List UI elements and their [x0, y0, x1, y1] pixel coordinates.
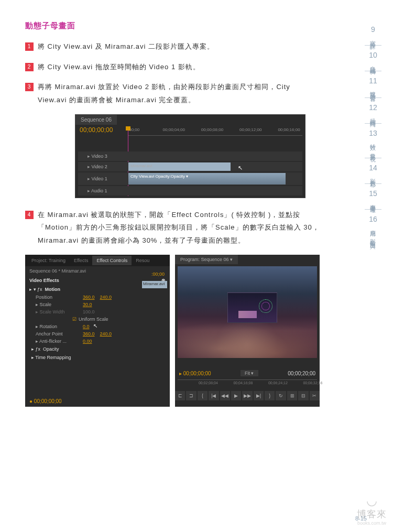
- preview-ruler[interactable]: 00;02;08;04 00;04;16;08 00;06;24;12 00;0…: [178, 379, 317, 387]
- opacity-section[interactable]: ƒx Opacity: [25, 345, 170, 353]
- panel-tabs: Project: Training Effects Effect Control…: [25, 255, 170, 266]
- uniform-scale-row[interactable]: ☑Uniform Scale: [25, 316, 170, 323]
- step-text: 將 City View.avi 拖放至時間軸的 Video 1 影軌。: [38, 61, 320, 74]
- track-video2[interactable]: Video 2 Miramar.avi: [78, 162, 302, 171]
- mini-time: :00;00: [151, 272, 165, 277]
- clip-path: Sequence 06 * Miramar.avi: [25, 266, 170, 276]
- program-monitor-panel[interactable]: Program: Sequence 06 ▾ ▸ 00;00;00;00 Fit…: [175, 255, 320, 407]
- ruler-tick: 00;00;08;00: [201, 127, 223, 132]
- cursor-icon: ↖: [93, 323, 97, 329]
- tab-resources[interactable]: Resou: [132, 256, 154, 265]
- preview-time-left[interactable]: ▸ 00;00;00;00: [179, 371, 211, 376]
- step-number: 4: [25, 211, 34, 219]
- watermark-url: books.com.tw: [357, 520, 387, 526]
- position-row[interactable]: Position360.0240.0: [25, 294, 170, 301]
- control-button[interactable]: }: [265, 391, 275, 400]
- video-preview[interactable]: [178, 266, 317, 358]
- ruler-tick: 00;00;12;00: [239, 127, 261, 132]
- prev-frame-button[interactable]: |◀: [209, 391, 219, 400]
- track-audio1[interactable]: Audio 1: [78, 186, 302, 196]
- step-text: 將 City View.avi 及 Miramar.avi 二段影片匯入專案。: [38, 40, 320, 53]
- nav-item[interactable]: 11悅耳的聲音: [363, 77, 384, 92]
- ruler-tick: 00;04;16;08: [233, 381, 253, 385]
- ruler-tick: 00;02;08;04: [199, 381, 218, 385]
- control-button[interactable]: ⊐: [186, 391, 196, 400]
- time-ruler[interactable]: :00;00 00;00;04;00 00;00;08;00 00;00;12;…: [128, 126, 302, 136]
- control-button[interactable]: ✂: [310, 391, 320, 400]
- section-title: 動態子母畫面: [25, 21, 320, 31]
- anchor-point-row[interactable]: Anchor Point360.0240.0: [25, 330, 170, 338]
- watermark: ◡ 博客來 books.com.tw: [357, 493, 387, 526]
- next-frame-button[interactable]: ▶|: [254, 391, 264, 400]
- watermark-text: 博客來: [357, 508, 387, 520]
- scale-row[interactable]: ▸ Scale30.0: [25, 301, 170, 308]
- ruler-tick: 00;00;04;00: [163, 127, 185, 132]
- control-button[interactable]: {: [198, 391, 208, 400]
- program-tab[interactable]: Program: Sequence 06 ▾: [175, 255, 238, 264]
- preview-time-right: 00;00;20;00: [288, 371, 315, 376]
- antiflicker-row[interactable]: ▸ Anti-flicker ...0.00: [25, 338, 170, 345]
- tab-effects[interactable]: Effects: [70, 256, 92, 265]
- rotation-row[interactable]: ▸ Rotation0.0: [25, 323, 170, 330]
- mini-clip[interactable]: Miramar.avi: [142, 281, 167, 288]
- step-4: 4 在 Miramar.avi 被選取的狀態下，開啟「Effect Contro…: [25, 209, 320, 247]
- track-label: Video 2: [78, 164, 125, 169]
- ruler-tick: 00;08;32;16: [303, 381, 322, 385]
- timeline-panel[interactable]: Sequence 06 00;00;00;00 :00;00 00;00;04;…: [75, 114, 305, 198]
- track-label: Audio 1: [78, 188, 125, 193]
- track-label: Video 3: [78, 154, 125, 159]
- nav-item[interactable]: 14影片色彩: [363, 164, 384, 178]
- time-remapping-section[interactable]: Time Remapping: [25, 353, 170, 362]
- play-button[interactable]: ▶: [231, 391, 241, 400]
- scale-width-row: ▸ Scale Width100.0: [25, 308, 170, 316]
- tab-effect-controls[interactable]: Effect Controls: [92, 256, 132, 265]
- ruler-tick: 00;06;24;12: [268, 381, 288, 385]
- step-number: 2: [25, 63, 34, 71]
- step-1: 1 將 City View.avi 及 Miramar.avi 二段影片匯入專案…: [25, 40, 320, 53]
- nav-item[interactable]: 16應用 影音輸出與: [363, 215, 384, 240]
- step-fwd-button[interactable]: ▶▶: [242, 391, 252, 400]
- nav-item[interactable]: 15專案管理: [363, 189, 384, 204]
- effect-controls-panel[interactable]: Project: Training Effects Effect Control…: [25, 255, 170, 407]
- nav-item[interactable]: 13特效 常見影視: [363, 129, 384, 153]
- step-number: 3: [25, 83, 34, 91]
- track-video3[interactable]: Video 3: [78, 151, 302, 161]
- control-button[interactable]: ⊟: [298, 391, 308, 400]
- step-3: 3 再將 Miramar.avi 放置於 Video 2 影軌，由於兩段影片的畫…: [25, 81, 320, 106]
- playback-controls: ⊏ ⊐ { |◀ ◀◀ ▶ ▶▶ ▶| } ↻ ⊞ ⊟ ✂: [175, 389, 320, 403]
- pip-overlay[interactable]: [227, 292, 277, 323]
- step-text: 再將 Miramar.avi 放置於 Video 2 影軌，由於兩段影片的畫面尺…: [38, 81, 320, 106]
- building-icon: [238, 311, 257, 318]
- nav-item[interactable]: 10音訊編輯: [363, 51, 384, 66]
- clip-cityview[interactable]: City View.avi Opacity:Opacity ▾: [128, 173, 286, 184]
- step-number: 1: [25, 42, 34, 51]
- tab-project[interactable]: Project: Training: [27, 256, 70, 265]
- current-time[interactable]: 00;00;00;00: [80, 126, 113, 134]
- watermark-logo-icon: ◡: [357, 493, 387, 508]
- control-button[interactable]: ⊏: [175, 391, 185, 400]
- sequence-tab[interactable]: Sequence 06: [75, 115, 117, 125]
- fit-dropdown[interactable]: Fit ▾: [241, 370, 258, 376]
- step-back-button[interactable]: ◀◀: [220, 391, 230, 400]
- step-2: 2 將 City View.avi 拖放至時間軸的 Video 1 影軌。: [25, 61, 320, 74]
- control-button[interactable]: ⊞: [287, 391, 297, 400]
- cursor-icon: ↖: [238, 165, 243, 171]
- ferris-wheel-icon: [259, 299, 272, 313]
- ruler-tick: 00;00;16;00: [278, 127, 300, 132]
- nav-item[interactable]: 9字幕設計: [363, 25, 384, 40]
- step-text: 在 Miramar.avi 被選取的狀態下，開啟「Effect Controls…: [38, 209, 320, 247]
- nav-item[interactable]: 12操控時間: [363, 103, 384, 118]
- track-video1[interactable]: Video 1 City View.avi Opacity:Opacity ▾: [78, 172, 302, 185]
- panel-time[interactable]: ● 00;00;00;00: [29, 398, 62, 404]
- clip-miramar[interactable]: Miramar.avi: [128, 162, 231, 171]
- chapter-nav: 9字幕設計 10音訊編輯 11悅耳的聲音 12操控時間 13特效 常見影視 14…: [363, 25, 384, 242]
- track-label: Video 1: [78, 176, 125, 181]
- loop-button[interactable]: ↻: [276, 391, 286, 400]
